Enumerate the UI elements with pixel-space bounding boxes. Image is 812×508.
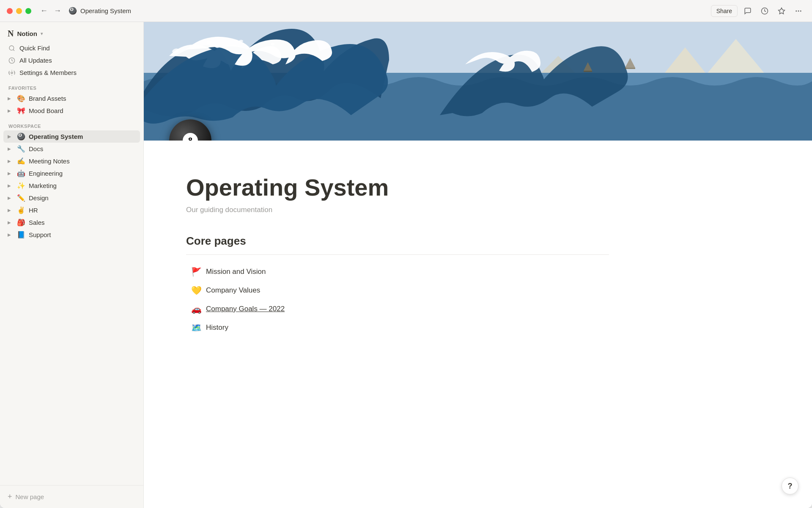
expand-arrow-design: ▶ xyxy=(8,196,14,200)
engineering-icon: 🤖 xyxy=(17,169,26,177)
back-button[interactable]: ← xyxy=(38,5,50,17)
expand-arrow-os: ▶ xyxy=(8,134,14,139)
workspace-name: Notion xyxy=(17,30,37,37)
sidebar-item-meeting-notes[interactable]: ▶ ✍️ Meeting Notes xyxy=(3,155,140,167)
sidebar-item-settings[interactable]: Settings & Members xyxy=(3,66,140,79)
favorites-section-label: FAVORITES xyxy=(3,79,140,92)
core-page-item-company-goals[interactable]: 🚗 Company Goals — 2022 xyxy=(186,301,609,318)
operating-system-label: Operating System xyxy=(29,133,83,140)
updates-icon xyxy=(8,57,16,64)
all-updates-label: All Updates xyxy=(19,57,52,64)
sidebar-item-marketing[interactable]: ▶ ✨ Marketing xyxy=(3,179,140,192)
nav-buttons: ← → xyxy=(38,5,63,17)
engineering-label: Engineering xyxy=(29,170,63,177)
workspace-section-label: WORKSPACE xyxy=(3,117,140,130)
updates-button[interactable] xyxy=(758,4,771,18)
sidebar-item-brand-assets[interactable]: ▶ 🎨 Brand Assets xyxy=(3,92,140,105)
page-title: Operating System xyxy=(186,174,609,201)
svg-point-2 xyxy=(796,10,797,11)
sidebar-item-engineering[interactable]: ▶ 🤖 Engineering xyxy=(3,167,140,179)
svg-rect-22 xyxy=(625,68,635,69)
sidebar-item-quick-find[interactable]: Quick Find xyxy=(3,42,140,54)
expand-arrow-engineering: ▶ xyxy=(8,171,14,176)
titlebar-page-icon: 🎱 xyxy=(69,7,77,15)
mission-vision-label: Mission and Vision xyxy=(206,268,266,276)
core-page-item-company-values[interactable]: 💛 Company Values xyxy=(186,282,609,299)
sidebar: N Notion ▾ Quick Find All Updates xyxy=(0,22,144,508)
settings-label: Settings & Members xyxy=(19,69,77,76)
section-divider xyxy=(186,254,609,255)
docs-icon: 🔧 xyxy=(17,145,26,153)
workspace-header[interactable]: N Notion ▾ xyxy=(3,25,140,42)
page-content: Operating System Our guiding documentati… xyxy=(144,141,651,362)
hr-label: HR xyxy=(29,207,38,214)
new-page-button[interactable]: + New page xyxy=(3,489,140,505)
ellipsis-icon xyxy=(795,7,802,15)
brand-assets-label: Brand Assets xyxy=(29,95,66,102)
eight-ball-number: 8 xyxy=(183,133,198,141)
marketing-icon: ✨ xyxy=(17,182,26,190)
brand-assets-icon: 🎨 xyxy=(17,94,26,102)
expand-arrow-sales: ▶ xyxy=(8,220,14,225)
meeting-notes-label: Meeting Notes xyxy=(29,157,70,165)
forward-button[interactable]: → xyxy=(52,5,63,17)
workspace-chevron: ▾ xyxy=(41,31,43,36)
svg-line-6 xyxy=(13,50,14,51)
sales-label: Sales xyxy=(29,219,45,226)
close-button[interactable] xyxy=(7,8,13,14)
traffic-lights xyxy=(7,8,31,14)
expand-arrow-support: ▶ xyxy=(8,232,14,237)
favorite-button[interactable] xyxy=(775,4,788,18)
titlebar-page-name: Operating System xyxy=(80,7,131,14)
help-button[interactable]: ? xyxy=(782,478,798,494)
hero-wave-svg xyxy=(144,22,812,141)
expand-arrow-meeting-notes: ▶ xyxy=(8,159,14,163)
fullscreen-button[interactable] xyxy=(25,8,31,14)
expand-arrow-hr: ▶ xyxy=(8,208,14,213)
design-label: Design xyxy=(29,194,49,202)
svg-point-8 xyxy=(11,72,13,74)
sales-icon: 🎒 xyxy=(17,218,26,226)
company-goals-icon: 🚗 xyxy=(191,304,202,314)
sidebar-item-docs[interactable]: ▶ 🔧 Docs xyxy=(3,143,140,155)
company-values-icon: 💛 xyxy=(191,285,202,295)
svg-rect-20 xyxy=(584,71,592,72)
sidebar-item-hr[interactable]: ▶ ✌️ HR xyxy=(3,204,140,216)
meeting-notes-icon: ✍️ xyxy=(17,157,26,165)
more-options-button[interactable] xyxy=(792,4,805,18)
sidebar-item-sales[interactable]: ▶ 🎒 Sales xyxy=(3,216,140,229)
sidebar-item-operating-system[interactable]: ▶ 🎱 Operating System xyxy=(3,130,140,143)
titlebar-actions: Share xyxy=(711,4,805,18)
star-icon xyxy=(778,7,785,15)
clock-icon xyxy=(761,7,768,15)
operating-system-icon: 🎱 xyxy=(17,133,26,141)
history-label: History xyxy=(206,323,228,332)
sidebar-item-all-updates[interactable]: All Updates xyxy=(3,54,140,66)
comments-button[interactable] xyxy=(741,4,754,18)
core-pages-heading: Core pages xyxy=(186,235,609,248)
minimize-button[interactable] xyxy=(16,8,22,14)
expand-arrow-docs: ▶ xyxy=(8,146,14,151)
svg-point-3 xyxy=(798,10,799,11)
share-button[interactable]: Share xyxy=(711,5,738,17)
sidebar-item-mood-board[interactable]: ▶ 🎀 Mood Board xyxy=(3,105,140,117)
core-page-item-history[interactable]: 🗺️ History xyxy=(186,319,609,336)
eight-ball-icon: 8 xyxy=(169,119,211,141)
mood-board-icon: 🎀 xyxy=(17,107,26,115)
page-description: Our guiding documentation xyxy=(186,206,609,214)
design-icon: ✏️ xyxy=(17,194,26,202)
company-values-label: Company Values xyxy=(206,286,260,295)
core-page-item-mission-vision[interactable]: 🚩 Mission and Vision xyxy=(186,263,609,280)
titlebar-center: 🎱 Operating System xyxy=(69,7,711,15)
core-pages-list: 🚩 Mission and Vision 💛 Company Values 🚗 … xyxy=(186,263,609,336)
search-icon xyxy=(8,45,16,52)
marketing-label: Marketing xyxy=(29,182,57,189)
sidebar-item-support[interactable]: ▶ 📘 Support xyxy=(3,229,140,241)
svg-point-5 xyxy=(9,46,14,50)
svg-marker-1 xyxy=(779,8,785,14)
docs-label: Docs xyxy=(29,145,43,152)
sidebar-item-design[interactable]: ▶ ✏️ Design xyxy=(3,192,140,204)
new-page-label: New page xyxy=(16,493,44,500)
expand-arrow-marketing: ▶ xyxy=(8,183,14,188)
new-page-plus-icon: + xyxy=(8,492,12,501)
